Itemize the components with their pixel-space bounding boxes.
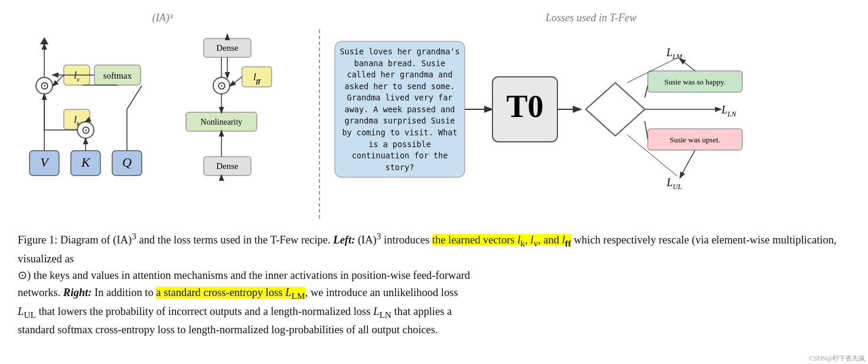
softmax-label: softmax bbox=[103, 71, 132, 80]
output-arrow-head bbox=[40, 37, 48, 44]
diamond-to-out1 bbox=[645, 86, 648, 98]
lv-to-odot bbox=[53, 75, 64, 86]
caption-line1: Figure 1: Diagram of (IA)3 and the loss … bbox=[18, 229, 850, 267]
q-label: Q bbox=[122, 155, 132, 170]
ff-diagram-svg: Dense lff ⊙ Nonlinearity Dense bbox=[171, 32, 289, 192]
watermark: CSDN@柠下夜先疯 bbox=[810, 354, 865, 363]
dense-bottom-label: Dense bbox=[216, 161, 239, 171]
lul-label: LUL bbox=[666, 177, 682, 191]
llm-label: LLM bbox=[666, 47, 683, 61]
caption-line3: networks. Right: In addition to a standa… bbox=[18, 284, 850, 303]
diagram-area: (IA)³ V K Q lk lv bbox=[18, 12, 850, 225]
page-container: (IA)³ V K Q lk lv bbox=[0, 0, 868, 364]
odot-lk-sym: ⊙ bbox=[81, 124, 90, 136]
left-title-text: (IA)³ bbox=[152, 12, 172, 24]
right-diagram: Losses used in T-Few Susie loves her gra… bbox=[332, 12, 850, 213]
nonlinearity-label: Nonlinearity bbox=[201, 118, 243, 126]
diamond-to-out2 bbox=[645, 121, 648, 139]
section-divider bbox=[319, 30, 320, 219]
lff-to-odot bbox=[230, 77, 242, 86]
out1-to-llm bbox=[680, 59, 695, 71]
caption-highlight2: a standard cross-entropy loss LLM bbox=[156, 287, 305, 298]
tfew-diagram-svg: Susie loves her grandma's banana bread. … bbox=[332, 30, 757, 207]
lln-label: LLN bbox=[721, 104, 737, 118]
caption-line2: ⊙) the keys and values in attention mech… bbox=[18, 267, 850, 284]
k-label: K bbox=[81, 155, 91, 170]
caption-line4: LUL that lowers the probability of incor… bbox=[18, 303, 850, 322]
left-diagram: (IA)³ V K Q lk lv bbox=[18, 12, 313, 213]
diamond bbox=[586, 83, 645, 136]
dense-top-label: Dense bbox=[216, 43, 239, 53]
output2-label: Susie was upset. bbox=[670, 135, 720, 144]
figure-caption: Figure 1: Diagram of (IA)3 and the loss … bbox=[18, 229, 850, 339]
attention-diagram-svg: V K Q lk lv softmax ⊙ bbox=[24, 32, 154, 192]
output1-label: Susie was so happy. bbox=[664, 77, 726, 86]
left-diagram-title: (IA)³ bbox=[12, 12, 313, 24]
out2-to-lul bbox=[680, 150, 695, 177]
q-line2 bbox=[127, 86, 142, 109]
right-diagram-title: Losses used in T-Few bbox=[332, 12, 850, 24]
odot-ff-sym: ⊙ bbox=[217, 80, 226, 92]
caption-left-label: Left: bbox=[333, 234, 355, 246]
odot-lv-sym: ⊙ bbox=[40, 80, 49, 92]
caption-line5: standard softmax cross-entropy loss to l… bbox=[18, 321, 850, 339]
story-text-fo: Susie loves her grandma's banana bread. … bbox=[338, 46, 462, 175]
caption-highlight1: the learned vectors lk, lv, and lff bbox=[432, 234, 571, 246]
t0-label: T0 bbox=[506, 89, 543, 124]
right-title-text: Losses used in T-Few bbox=[546, 12, 637, 24]
